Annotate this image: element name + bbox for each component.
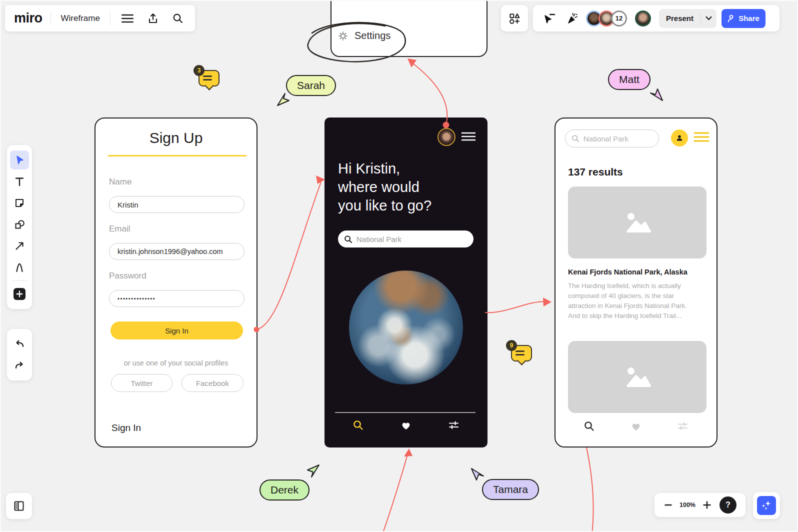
share-label: Share <box>738 14 760 22</box>
export-icon[interactable] <box>144 13 162 24</box>
signup-title: Sign Up <box>96 130 256 146</box>
main-toolbar: miro Wireframe <box>5 5 195 32</box>
result-item-title: Kenai Fjords National Park, Alaska <box>568 268 688 276</box>
collaboration-bar: 12 Present Share <box>533 5 780 32</box>
greeting-line-2: where would <box>338 178 432 196</box>
cursor-pointer-icon <box>649 87 664 102</box>
signup-wireframe-card[interactable]: Sign Up Name Email Password Sign In or u… <box>94 118 258 448</box>
shapes-icon <box>508 12 521 25</box>
comment-count: 9 <box>506 340 517 351</box>
image-placeholder <box>568 186 706 258</box>
title-underline <box>108 155 246 156</box>
heart-icon[interactable] <box>400 420 412 430</box>
frames-icon <box>13 500 25 512</box>
share-button[interactable]: Share <box>722 9 766 28</box>
cursor-name-label: Matt <box>608 69 650 90</box>
filters-icon[interactable] <box>677 420 688 432</box>
settings-wireframe-card[interactable]: Settings <box>330 0 488 57</box>
gear-icon <box>338 30 348 42</box>
miro-logo[interactable]: miro <box>14 10 42 26</box>
divider <box>12 280 27 281</box>
history-toolbar <box>7 329 32 380</box>
frames-panel-button[interactable] <box>6 493 32 519</box>
menu-icon[interactable] <box>461 132 476 142</box>
cursor-pointer-icon <box>276 92 291 107</box>
zoom-out-icon[interactable] <box>662 498 674 512</box>
sticky-note-tool[interactable] <box>10 194 29 212</box>
cursor-name-label: Derek <box>260 480 310 500</box>
zoom-level[interactable]: 100% <box>676 502 698 508</box>
celebration-icon[interactable] <box>563 12 582 25</box>
search-icon[interactable] <box>584 420 594 432</box>
help-button[interactable]: ? <box>720 496 736 514</box>
filters-icon[interactable] <box>448 420 460 430</box>
search-icon[interactable] <box>170 13 186 24</box>
greeting-line-3: you like to go? <box>338 196 432 215</box>
zoom-controls: 100% ? <box>654 493 746 517</box>
phone-search-input[interactable] <box>356 235 468 244</box>
chevron-down-icon[interactable] <box>701 16 716 20</box>
board-name[interactable]: Wireframe <box>59 14 102 24</box>
creation-toolbar <box>7 145 32 309</box>
comment-badge[interactable]: 9 <box>506 340 534 369</box>
comment-badge[interactable]: 3 <box>194 65 222 94</box>
menu-icon[interactable] <box>694 132 710 142</box>
profile-icon[interactable] <box>671 130 688 146</box>
miro-board-canvas[interactable]: Settings Sign Up Name Email Password Sig… <box>0 0 798 532</box>
search-icon[interactable] <box>352 420 364 430</box>
heart-icon[interactable] <box>630 420 642 432</box>
cursor-pointer-icon <box>306 464 320 478</box>
shapes-tool[interactable] <box>10 215 29 234</box>
results-count: 137 results <box>568 166 623 178</box>
text-tool[interactable] <box>10 172 29 191</box>
phone-wireframe-card[interactable]: Hi Kristin, where would you like to go? <box>324 118 488 448</box>
email-field[interactable] <box>109 243 244 260</box>
twitter-button[interactable]: Twitter <box>111 374 172 392</box>
email-label: Email <box>109 224 130 234</box>
social-profiles-text: or use one of your social profiles <box>96 359 256 367</box>
password-field[interactable] <box>109 290 244 307</box>
person-icon <box>728 14 735 22</box>
redo-icon[interactable] <box>10 356 29 375</box>
board-objects-button[interactable] <box>501 5 528 32</box>
ai-assistant-button[interactable] <box>753 492 780 519</box>
divider <box>50 12 51 26</box>
image-placeholder <box>568 341 706 413</box>
search-icon <box>344 235 352 244</box>
divider <box>110 12 110 26</box>
facebook-button[interactable]: Facebook <box>182 374 244 392</box>
menu-icon[interactable] <box>118 14 136 23</box>
undo-icon[interactable] <box>10 334 29 354</box>
signin-link[interactable]: Sign In <box>112 422 141 434</box>
results-search-input[interactable] <box>584 134 644 143</box>
participants-count[interactable]: 12 <box>611 10 627 26</box>
settings-menu-label[interactable]: Settings <box>354 30 390 42</box>
cursor-name-label: Sarah <box>286 75 336 96</box>
cursor-pointer-icon <box>470 467 485 482</box>
password-label: Password <box>109 271 146 281</box>
signin-button[interactable]: Sign In <box>110 322 243 340</box>
present-button[interactable]: Present <box>659 9 716 28</box>
name-label: Name <box>109 177 132 187</box>
results-wireframe-card[interactable]: 137 results Kenai Fjords National Park, … <box>554 118 718 448</box>
add-more-tools[interactable] <box>10 284 29 304</box>
cursor-name-label: Tamara <box>482 479 539 500</box>
search-icon <box>572 134 580 142</box>
arrow-tool[interactable] <box>10 236 29 256</box>
earth-image <box>349 270 463 384</box>
name-field[interactable] <box>109 196 244 213</box>
pen-tool[interactable] <box>10 258 29 277</box>
active-user-avatar[interactable] <box>635 10 651 26</box>
present-label: Present <box>659 14 700 22</box>
greeting-line-1: Hi Kristin, <box>338 160 432 178</box>
user-avatar[interactable] <box>438 128 456 146</box>
follow-cursor-icon[interactable] <box>540 12 559 24</box>
zoom-in-icon[interactable] <box>700 498 714 512</box>
phone-search-bar[interactable] <box>338 230 474 248</box>
nav-divider <box>335 412 476 413</box>
comment-count: 3 <box>194 65 204 76</box>
sparkles-icon <box>757 496 776 515</box>
select-tool[interactable] <box>10 150 29 170</box>
result-item-description: The Harding Icefield, which is actually … <box>568 281 698 321</box>
results-search-bar[interactable] <box>565 130 659 148</box>
